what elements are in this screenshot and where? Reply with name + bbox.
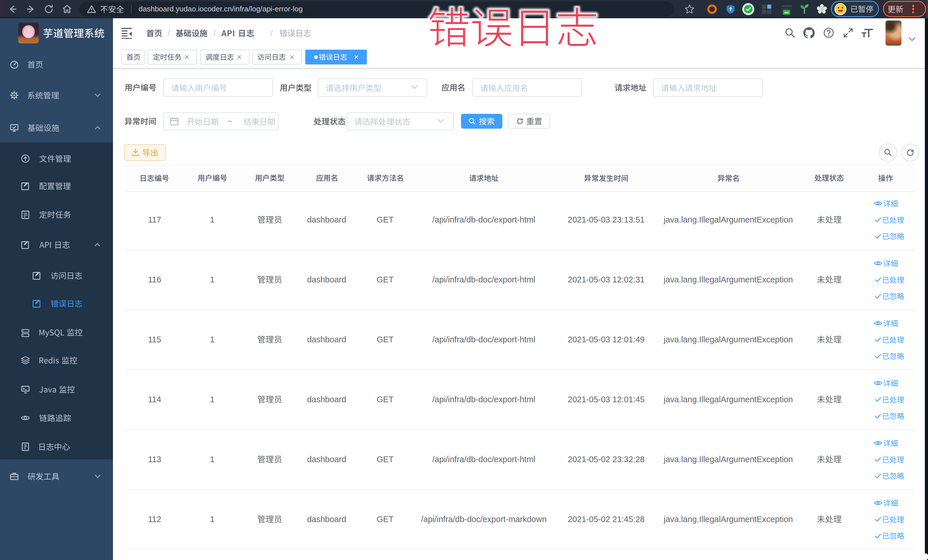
svg-text:on: on: [784, 10, 789, 15]
